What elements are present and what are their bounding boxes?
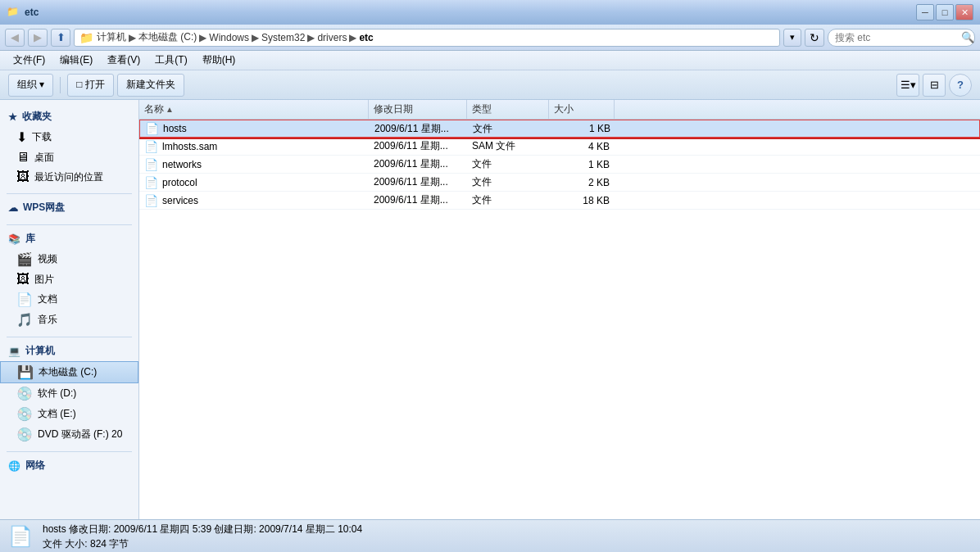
toolbar-right: ☰▾ ⊟ ?	[896, 74, 972, 97]
sidebar-divider-1	[7, 193, 132, 194]
sidebar-item-doce[interactable]: 💿 文档 (E:)	[0, 404, 138, 424]
file-row-hosts[interactable]: 📄 hosts 2009/6/11 星期... 文件 1 KB	[139, 120, 980, 138]
organize-button[interactable]: 组织 ▾	[8, 74, 53, 97]
wps-icon: ☁	[8, 202, 18, 214]
title-bar-buttons: ─ □ ✕	[916, 4, 973, 20]
window-icon: 📁	[7, 6, 20, 19]
up-button[interactable]: ⬆	[51, 29, 70, 47]
file-size-lmhosts: 4 KB	[549, 139, 615, 154]
path-current: etc	[359, 32, 373, 43]
search-box[interactable]: 🔍	[828, 29, 975, 47]
sidebar-section-wps: ☁ WPS网盘	[0, 197, 138, 218]
col-header-type[interactable]: 类型	[467, 100, 549, 119]
menu-file[interactable]: 文件(F)	[7, 52, 52, 69]
col-header-date[interactable]: 修改日期	[369, 100, 467, 119]
help-button[interactable]: ?	[949, 74, 972, 97]
view-panel-button[interactable]: ⊟	[923, 74, 946, 97]
back-button[interactable]: ◀	[5, 29, 25, 47]
title-bar-left: 📁 etc	[7, 6, 39, 19]
open-button[interactable]: □ 打开	[67, 74, 114, 97]
sidebar-item-localc[interactable]: 💾 本地磁盘 (C:)	[0, 361, 138, 383]
col-header-size[interactable]: 大小	[549, 100, 615, 119]
sidebar-section-favorites: ★ 收藏夹 ⬇ 下载 🖥 桌面 🖼 最近访问的位置	[0, 106, 138, 187]
network-icon: 🌐	[8, 460, 20, 472]
file-date-protocol: 2009/6/11 星期...	[369, 174, 467, 191]
localc-icon: 💾	[17, 364, 34, 380]
path-windows: Windows	[209, 32, 249, 43]
file-type-lmhosts: SAM 文件	[467, 138, 549, 155]
sidebar-favorites-header: ★ 收藏夹	[0, 106, 138, 127]
computer-icon: 💻	[8, 346, 20, 357]
sidebar-item-dvdf[interactable]: 💿 DVD 驱动器 (F:) 20	[0, 424, 138, 445]
file-name-lmhosts: 📄 lmhosts.sam	[139, 138, 369, 155]
sidebar-item-docs[interactable]: 📄 文档	[0, 289, 138, 310]
file-row-protocol[interactable]: 📄 protocol 2009/6/11 星期... 文件 2 KB	[139, 174, 980, 192]
sidebar-item-softd[interactable]: 💿 软件 (D:)	[0, 383, 138, 404]
menu-edit[interactable]: 编辑(E)	[53, 52, 99, 69]
music-icon: 🎵	[16, 312, 33, 328]
sidebar-section-library: 📚 库 🎬 视频 🖼 图片 📄 文档 🎵 音乐	[0, 228, 138, 330]
library-icon: 📚	[8, 233, 20, 245]
file-row-services[interactable]: 📄 services 2009/6/11 星期... 文件 18 KB	[139, 192, 980, 210]
download-icon: ⬇	[16, 129, 27, 145]
file-size-networks: 1 KB	[549, 157, 615, 172]
search-icon: 🔍	[961, 31, 974, 43]
sidebar-item-download[interactable]: ⬇ 下载	[0, 127, 138, 147]
sidebar-item-desktop[interactable]: 🖥 桌面	[0, 147, 138, 167]
menu-view[interactable]: 查看(V)	[101, 52, 147, 69]
sidebar-library-header: 📚 库	[0, 228, 138, 249]
new-folder-button[interactable]: 新建文件夹	[117, 74, 184, 97]
file-list-area: 名称 ▲ 修改日期 类型 大小 📄 hosts 2009/6/11 星期... …	[139, 100, 980, 519]
file-icon-networks: 📄	[144, 158, 158, 171]
desktop-icon: 🖥	[16, 150, 29, 165]
images-icon: 🖼	[16, 272, 29, 287]
doce-icon: 💿	[16, 406, 33, 422]
file-icon-protocol: 📄	[144, 176, 158, 189]
file-date-services: 2009/6/11 星期...	[369, 192, 467, 209]
view-change-button[interactable]: ☰▾	[896, 74, 919, 97]
search-input[interactable]	[835, 32, 958, 43]
file-list-header: 名称 ▲ 修改日期 类型 大小	[139, 100, 980, 120]
file-type-services: 文件	[467, 192, 549, 209]
status-file-icon: 📄	[8, 525, 33, 548]
dvdf-icon: 💿	[16, 427, 33, 442]
sidebar-item-video[interactable]: 🎬 视频	[0, 249, 138, 269]
file-size-services: 18 KB	[549, 193, 615, 208]
sidebar: ★ 收藏夹 ⬇ 下载 🖥 桌面 🖼 最近访问的位置 ☁ WPS网盘	[0, 100, 139, 519]
path-drive: 本地磁盘 (C:)	[138, 30, 197, 44]
minimize-button[interactable]: ─	[916, 4, 934, 20]
sidebar-item-music[interactable]: 🎵 音乐	[0, 310, 138, 330]
file-date-lmhosts: 2009/6/11 星期...	[369, 138, 467, 155]
sidebar-divider-4	[7, 451, 132, 452]
menu-help[interactable]: 帮助(H)	[196, 52, 243, 69]
file-name-networks: 📄 networks	[139, 156, 369, 173]
sidebar-wps-header[interactable]: ☁ WPS网盘	[0, 197, 138, 218]
file-date-networks: 2009/6/11 星期...	[369, 156, 467, 173]
file-type-networks: 文件	[467, 156, 549, 173]
file-row-networks[interactable]: 📄 networks 2009/6/11 星期... 文件 1 KB	[139, 156, 980, 174]
menu-tools[interactable]: 工具(T)	[148, 52, 193, 69]
title-bar-title: etc	[25, 7, 39, 18]
path-system32: System32	[261, 32, 305, 43]
file-type-protocol: 文件	[467, 174, 549, 191]
maximize-button[interactable]: □	[936, 4, 954, 20]
address-path-box[interactable]: 📁 计算机 ▶ 本地磁盘 (C:) ▶ Windows ▶ System32 ▶…	[74, 29, 780, 47]
file-row-lmhosts[interactable]: 📄 lmhosts.sam 2009/6/11 星期... SAM 文件 4 K…	[139, 138, 980, 156]
toolbar-separator	[60, 77, 61, 93]
docs-icon: 📄	[16, 292, 33, 307]
sidebar-item-images[interactable]: 🖼 图片	[0, 269, 138, 289]
sort-arrow: ▲	[166, 105, 174, 114]
col-header-name[interactable]: 名称 ▲	[139, 100, 369, 119]
softd-icon: 💿	[16, 386, 33, 401]
forward-button[interactable]: ▶	[28, 29, 48, 47]
close-button[interactable]: ✕	[955, 4, 973, 20]
menu-bar: 文件(F) 编辑(E) 查看(V) 工具(T) 帮助(H)	[0, 51, 980, 70]
address-dropdown-button[interactable]: ▾	[783, 29, 801, 47]
file-name-services: 📄 services	[139, 192, 369, 209]
refresh-button[interactable]: ↻	[805, 29, 824, 47]
sidebar-section-computer: 💻 计算机 💾 本地磁盘 (C:) 💿 软件 (D:) 💿 文档 (E:) 💿 …	[0, 341, 138, 445]
file-icon-lmhosts: 📄	[144, 140, 158, 153]
sidebar-item-recent[interactable]: 🖼 最近访问的位置	[0, 167, 138, 187]
sidebar-network-header[interactable]: 🌐 网络	[0, 455, 138, 476]
status-line1: hosts 修改日期: 2009/6/11 星期四 5:39 创建日期: 200…	[43, 522, 362, 536]
